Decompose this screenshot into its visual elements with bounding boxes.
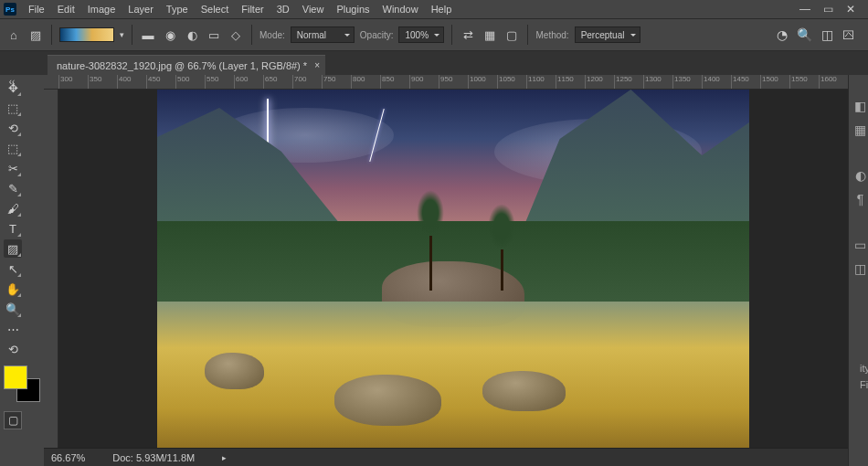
opacity-label: Opacity: bbox=[360, 30, 394, 40]
canvas[interactable] bbox=[58, 90, 848, 448]
right-panels: ‹‹ ◧ ▦ ◐ ¶ ▭ ◫ ‹‹ Properties Pixel Layer… bbox=[848, 75, 868, 466]
gradient-tool-icon[interactable]: ▨ bbox=[27, 26, 44, 43]
home-icon[interactable]: ⌂ bbox=[5, 26, 22, 43]
lasso-tool[interactable]: ⟲ bbox=[4, 119, 22, 137]
radial-gradient-icon[interactable]: ◉ bbox=[162, 26, 178, 43]
vertical-ruler bbox=[44, 90, 58, 448]
type-tool[interactable]: T bbox=[4, 219, 22, 238]
document-tab[interactable]: nature-3082832_1920.jpg @ 66.7% (Layer 1… bbox=[48, 55, 325, 75]
selection-tool[interactable]: ⬚ bbox=[4, 139, 22, 157]
ruler-tick: 600 bbox=[234, 75, 263, 89]
swatches-panel-icon[interactable]: ▦ bbox=[854, 122, 866, 137]
workspace-icon[interactable]: ◫ bbox=[821, 27, 833, 42]
ruler-tick: 1000 bbox=[468, 75, 497, 89]
ruler-tick: 700 bbox=[292, 75, 322, 89]
close-tab-icon[interactable]: × bbox=[314, 60, 320, 70]
ruler-tick: 1500 bbox=[760, 75, 789, 89]
eyedropper-tool[interactable]: ✎ bbox=[4, 179, 22, 197]
ruler-tick: 1100 bbox=[526, 75, 556, 89]
blend-mode-dropdown[interactable]: Normal bbox=[291, 26, 355, 43]
menu-window[interactable]: Window bbox=[376, 4, 425, 15]
minimize-icon[interactable]: — bbox=[799, 3, 810, 16]
gradient-preset[interactable] bbox=[59, 27, 114, 42]
tools-panel: ✥ ⬚ ⟲ ⬚ ✂ ✎ 🖌 T ▨ ↖ ✋ 🔍 ⋯ ⟲ ▢ bbox=[0, 75, 44, 466]
document-image bbox=[157, 90, 749, 448]
app-logo: Ps bbox=[4, 3, 16, 16]
reverse-icon[interactable]: ⇄ bbox=[460, 26, 476, 43]
marquee-tool[interactable]: ⬚ bbox=[4, 99, 22, 117]
ruler-tick: 1600 bbox=[819, 75, 848, 89]
gradient-dropdown-icon[interactable]: ▾ bbox=[120, 30, 124, 39]
collapse-panels-icon[interactable]: ‹‹ bbox=[0, 75, 24, 88]
layers-icon[interactable]: ◫ bbox=[854, 261, 866, 276]
menu-type[interactable]: Type bbox=[160, 4, 195, 15]
ruler-tick: 1250 bbox=[614, 75, 643, 89]
menu-filter[interactable]: Filter bbox=[235, 4, 270, 15]
reflected-gradient-icon[interactable]: ▭ bbox=[206, 26, 222, 43]
libraries-icon[interactable]: ▭ bbox=[854, 238, 866, 252]
doc-size[interactable]: Doc: 5.93M/11.8M bbox=[112, 452, 195, 463]
ruler-tick: 850 bbox=[380, 75, 409, 89]
ruler-tick: 1350 bbox=[672, 75, 702, 89]
transparency-icon[interactable]: ▢ bbox=[503, 26, 520, 43]
menu-select[interactable]: Select bbox=[195, 4, 236, 15]
search-icon[interactable]: 🔍 bbox=[797, 27, 812, 42]
crop-tool[interactable]: ✂ bbox=[4, 159, 22, 177]
menu-3d[interactable]: 3D bbox=[270, 4, 296, 15]
angle-gradient-icon[interactable]: ◐ bbox=[184, 26, 200, 43]
quick-mask-icon[interactable]: ▢ bbox=[4, 411, 22, 429]
maximize-icon[interactable]: ▭ bbox=[823, 3, 833, 16]
ruler-tick: 450 bbox=[146, 75, 175, 89]
window-controls: — ▭ ✕ bbox=[799, 3, 864, 16]
ruler-tick: 500 bbox=[175, 75, 205, 89]
method-label: Method: bbox=[535, 30, 568, 40]
ruler-tick: 350 bbox=[88, 75, 117, 89]
menu-bar: Ps FileEditImageLayerTypeSelectFilter3DV… bbox=[0, 0, 868, 18]
zoom-level[interactable]: 66.67% bbox=[51, 452, 85, 463]
document-title: nature-3082832_1920.jpg @ 66.7% (Layer 1… bbox=[57, 60, 307, 71]
menu-edit[interactable]: Edit bbox=[51, 4, 81, 15]
edit-toolbar[interactable]: ⋯ bbox=[4, 320, 22, 338]
options-bar: ⌂ ▨ ▾ ▬ ◉ ◐ ▭ ◇ Mode: Normal Opacity: 10… bbox=[0, 18, 868, 51]
swap-colors-icon[interactable]: ⟲ bbox=[4, 340, 22, 358]
menu-file[interactable]: File bbox=[22, 4, 51, 15]
mode-label: Mode: bbox=[259, 30, 285, 40]
color-swatches[interactable] bbox=[4, 365, 40, 402]
ruler-tick: 750 bbox=[322, 75, 351, 89]
foreground-color[interactable] bbox=[4, 365, 27, 389]
dither-icon[interactable]: ▦ bbox=[482, 26, 498, 43]
path-tool[interactable]: ↖ bbox=[4, 259, 22, 278]
text-panel-icon[interactable]: ¶ bbox=[857, 192, 864, 207]
ruler-tick: 550 bbox=[205, 75, 234, 89]
ruler-tick: 1050 bbox=[497, 75, 526, 89]
ruler-tick: 650 bbox=[263, 75, 292, 89]
ruler-tick: 1300 bbox=[643, 75, 672, 89]
zoom-tool[interactable]: 🔍 bbox=[4, 300, 22, 318]
adjustments-icon[interactable]: ◐ bbox=[855, 168, 866, 183]
diamond-gradient-icon[interactable]: ◇ bbox=[228, 26, 244, 43]
ruler-tick: 400 bbox=[117, 75, 146, 89]
linear-gradient-icon[interactable]: ▬ bbox=[140, 26, 156, 43]
ruler-tick: 1450 bbox=[731, 75, 760, 89]
panel-ribbon: ‹‹ ◧ ▦ ◐ ¶ ▭ ◫ bbox=[849, 75, 868, 466]
hand-tool[interactable]: ✋ bbox=[4, 280, 22, 298]
menu-help[interactable]: Help bbox=[425, 4, 459, 15]
menu-plugins[interactable]: Plugins bbox=[330, 4, 376, 15]
layers-panel-partial: ≡ ity: 100% ˅ Fill: 100% ˅ bbox=[854, 344, 868, 393]
menu-layer[interactable]: Layer bbox=[122, 4, 160, 15]
menu-image[interactable]: Image bbox=[81, 4, 122, 15]
cloud-docs-icon[interactable]: ◔ bbox=[777, 27, 788, 42]
ruler-tick: 1200 bbox=[585, 75, 614, 89]
ruler-tick: 300 bbox=[58, 75, 88, 89]
close-icon[interactable]: ✕ bbox=[846, 3, 855, 16]
share-icon[interactable]: ⮹ bbox=[842, 27, 855, 42]
status-bar: 66.67% Doc: 5.93M/11.8M ▸ bbox=[44, 448, 848, 466]
brush-tool[interactable]: 🖌 bbox=[4, 199, 22, 217]
ruler-tick: 900 bbox=[409, 75, 439, 89]
menu-view[interactable]: View bbox=[296, 4, 331, 15]
gradient-tool[interactable]: ▨ bbox=[4, 239, 22, 258]
color-panel-icon[interactable]: ◧ bbox=[854, 99, 866, 113]
method-dropdown[interactable]: Perceptual bbox=[575, 26, 640, 43]
opacity-dropdown[interactable]: 100% bbox=[398, 26, 444, 43]
horizontal-ruler: 3003504004505005506006507007508008509009… bbox=[44, 75, 848, 90]
